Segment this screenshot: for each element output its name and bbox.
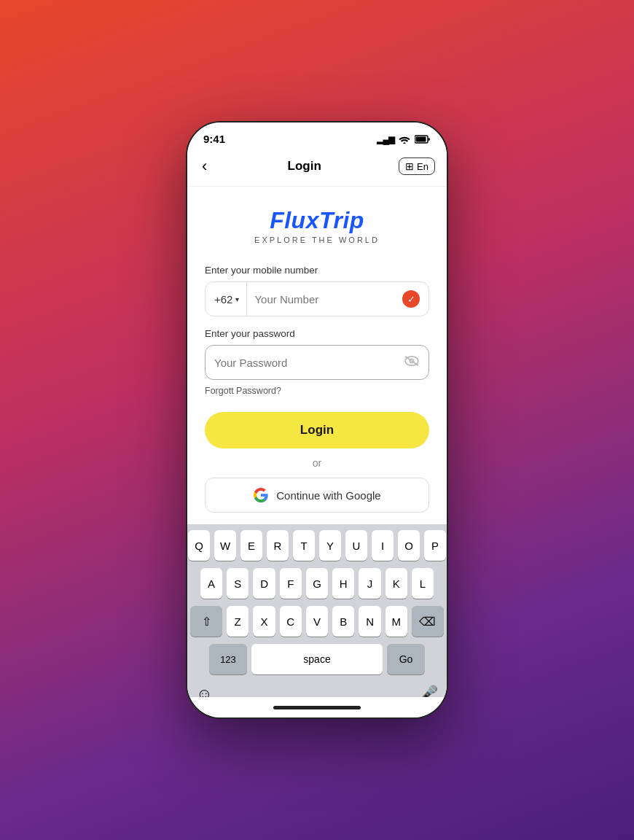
- svg-rect-2: [416, 136, 426, 141]
- country-code-selector[interactable]: +62 ▾: [214, 282, 247, 316]
- keyboard-row-4: 123 space Go: [190, 644, 444, 674]
- key-y[interactable]: Y: [319, 530, 341, 561]
- status-bar: 9:41 ▂▄▆: [187, 122, 447, 151]
- key-b[interactable]: B: [332, 606, 354, 637]
- or-divider: or: [205, 457, 429, 469]
- key-k[interactable]: K: [386, 568, 407, 599]
- keyboard-row-3: ⇧ Z X C V B N M ⌫: [190, 606, 444, 637]
- wifi-icon: [399, 135, 410, 144]
- page-title: Login: [288, 159, 321, 174]
- form-area: FluxTrip EXPLORE THE WORLD Enter your mo…: [187, 187, 447, 524]
- key-e[interactable]: E: [240, 530, 262, 561]
- key-z[interactable]: Z: [227, 606, 248, 637]
- keyboard-row-1: Q W E R T Y U I O P: [190, 530, 444, 561]
- key-u[interactable]: U: [345, 530, 367, 561]
- eye-icon[interactable]: [404, 355, 420, 370]
- space-key[interactable]: space: [251, 644, 383, 674]
- password-input-row[interactable]: [205, 345, 429, 380]
- chevron-down-icon: ▾: [235, 295, 239, 303]
- num-key[interactable]: 123: [209, 644, 247, 674]
- key-f[interactable]: F: [280, 568, 302, 599]
- key-r[interactable]: R: [267, 530, 289, 561]
- key-m[interactable]: M: [386, 606, 407, 637]
- key-o[interactable]: O: [398, 530, 420, 561]
- key-n[interactable]: N: [359, 606, 380, 637]
- signal-icon: ▂▄▆: [377, 134, 394, 144]
- key-x[interactable]: X: [253, 606, 275, 637]
- check-icon: ✓: [402, 290, 420, 308]
- backspace-key[interactable]: ⌫: [412, 606, 444, 637]
- mic-key[interactable]: 🎤: [418, 685, 438, 697]
- language-selector[interactable]: ⊞ En: [399, 158, 435, 175]
- google-login-button[interactable]: Continue with Google: [205, 478, 429, 513]
- phone-number-input[interactable]: [254, 293, 402, 306]
- keyboard-bottom-row: ☺ 🎤: [190, 682, 444, 697]
- svg-point-0: [403, 142, 405, 144]
- go-key[interactable]: Go: [387, 644, 425, 674]
- key-w[interactable]: W: [214, 530, 236, 561]
- key-j[interactable]: J: [359, 568, 380, 599]
- forgot-password-link[interactable]: Forgott Password?: [205, 386, 429, 396]
- google-button-label: Continue with Google: [276, 489, 380, 502]
- home-indicator: [187, 697, 447, 718]
- phone-frame: 9:41 ▂▄▆ ‹ Login ⊞ En Fl: [186, 121, 448, 719]
- key-p[interactable]: P: [424, 530, 446, 561]
- shift-key[interactable]: ⇧: [190, 606, 222, 637]
- password-input[interactable]: [214, 357, 404, 369]
- content-area: FluxTrip EXPLORE THE WORLD Enter your mo…: [187, 187, 447, 697]
- password-label: Enter your password: [205, 328, 429, 339]
- translate-icon: ⊞: [405, 160, 414, 172]
- emoji-key[interactable]: ☺: [196, 685, 212, 697]
- key-c[interactable]: C: [280, 606, 302, 637]
- key-t[interactable]: T: [293, 530, 315, 561]
- key-a[interactable]: A: [200, 568, 222, 599]
- key-i[interactable]: I: [372, 530, 394, 561]
- status-icons: ▂▄▆: [377, 134, 431, 144]
- logo-container: FluxTrip EXPLORE THE WORLD: [205, 207, 429, 244]
- nav-bar: ‹ Login ⊞ En: [187, 151, 447, 187]
- country-code-value: +62: [214, 293, 232, 306]
- status-time: 9:41: [203, 133, 225, 145]
- app-tagline: EXPLORE THE WORLD: [205, 236, 429, 244]
- phone-input-row[interactable]: +62 ▾ ✓: [205, 281, 429, 316]
- key-s[interactable]: S: [227, 568, 248, 599]
- key-g[interactable]: G: [306, 568, 328, 599]
- login-button[interactable]: Login: [205, 412, 429, 448]
- home-bar: [273, 706, 361, 709]
- key-l[interactable]: L: [412, 568, 434, 599]
- back-button[interactable]: ‹: [199, 154, 210, 179]
- password-section: Enter your password Forgott Password?: [205, 328, 429, 396]
- phone-label: Enter your mobile number: [205, 265, 429, 276]
- language-label: En: [417, 161, 428, 172]
- key-q[interactable]: Q: [188, 530, 210, 561]
- app-logo: FluxTrip: [205, 207, 429, 234]
- battery-icon: [415, 135, 431, 144]
- google-icon: [253, 487, 269, 503]
- key-d[interactable]: D: [253, 568, 275, 599]
- key-v[interactable]: V: [306, 606, 328, 637]
- keyboard[interactable]: Q W E R T Y U I O P A S D F G H J K L: [187, 524, 447, 697]
- keyboard-row-2: A S D F G H J K L: [190, 568, 444, 599]
- key-h[interactable]: H: [332, 568, 354, 599]
